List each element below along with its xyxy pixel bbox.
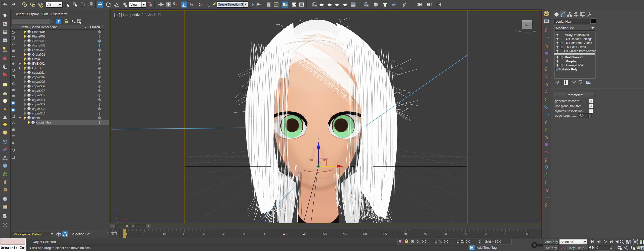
svg-text:z: z <box>116 207 117 210</box>
svg-text:x: x <box>345 164 346 168</box>
svg-text:y: y <box>117 220 118 223</box>
svg-text:FRONT: FRONT <box>524 24 532 26</box>
svg-text:y: y <box>319 161 321 164</box>
svg-text:z: z <box>317 138 319 141</box>
svg-text:?: ? <box>4 224 6 227</box>
svg-text:HF: HF <box>3 182 6 184</box>
svg-text:%: % <box>190 3 193 6</box>
svg-text:[ + ] [ Perspective ] [ Shaded: [ + ] [ Perspective ] [ Shaded ] <box>114 13 160 17</box>
svg-text:{ }: { } <box>207 3 211 7</box>
svg-text:QH: QH <box>545 13 548 15</box>
svg-text:Ox: Ox <box>3 190 5 192</box>
svg-text:x: x <box>125 218 126 221</box>
